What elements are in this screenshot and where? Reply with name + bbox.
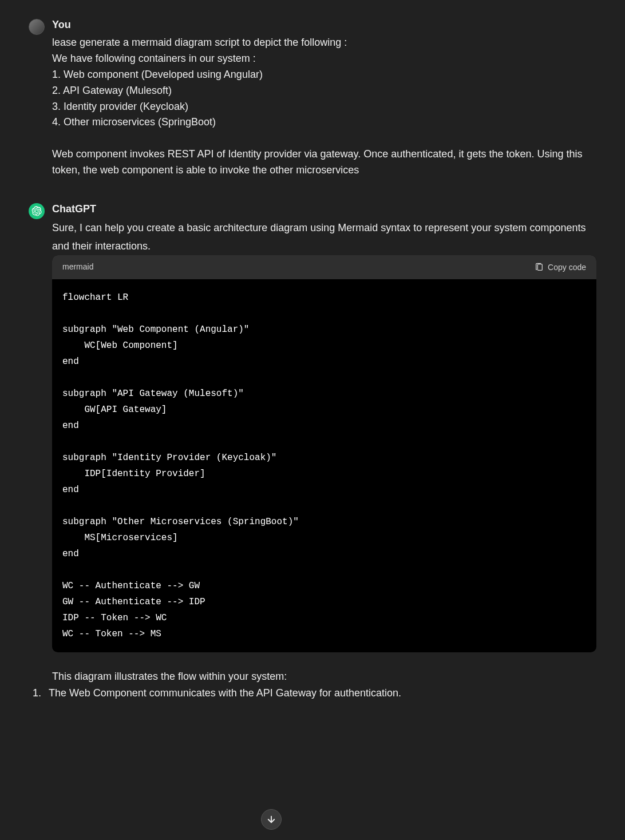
assistant-name: ChatGPT [52, 201, 596, 217]
user-message: You lease generate a mermaid diagram scr… [29, 17, 596, 179]
user-message-content: You lease generate a mermaid diagram scr… [52, 17, 596, 179]
user-avatar [29, 19, 45, 35]
assistant-outro-text: This diagram illustrates the flow within… [52, 668, 596, 685]
code-block: mermaid Copy code flowchart LR subgraph … [52, 255, 596, 652]
user-name: You [52, 17, 596, 33]
assistant-message-body: Sure, I can help you create a basic arch… [52, 219, 596, 701]
openai-logo-icon [31, 206, 42, 216]
user-message-body: lease generate a mermaid diagram script … [52, 35, 596, 179]
code-header: mermaid Copy code [52, 255, 596, 279]
assistant-message-content: ChatGPT Sure, I can help you create a ba… [52, 201, 596, 708]
clipboard-icon [535, 263, 544, 272]
arrow-down-icon [266, 814, 276, 825]
svg-rect-0 [537, 264, 542, 271]
scroll-to-bottom-button[interactable] [261, 809, 282, 830]
copy-code-button[interactable]: Copy code [535, 263, 586, 272]
copy-code-label: Copy code [548, 263, 586, 272]
assistant-intro-text: Sure, I can help you create a basic arch… [52, 219, 596, 255]
assistant-avatar [29, 203, 45, 219]
assistant-message: ChatGPT Sure, I can help you create a ba… [29, 201, 596, 708]
assistant-list: The Web Component communicates with the … [44, 685, 596, 702]
code-body[interactable]: flowchart LR subgraph "Web Component (An… [52, 279, 596, 652]
list-item: The Web Component communicates with the … [44, 685, 596, 702]
code-language-label: mermaid [62, 261, 93, 274]
